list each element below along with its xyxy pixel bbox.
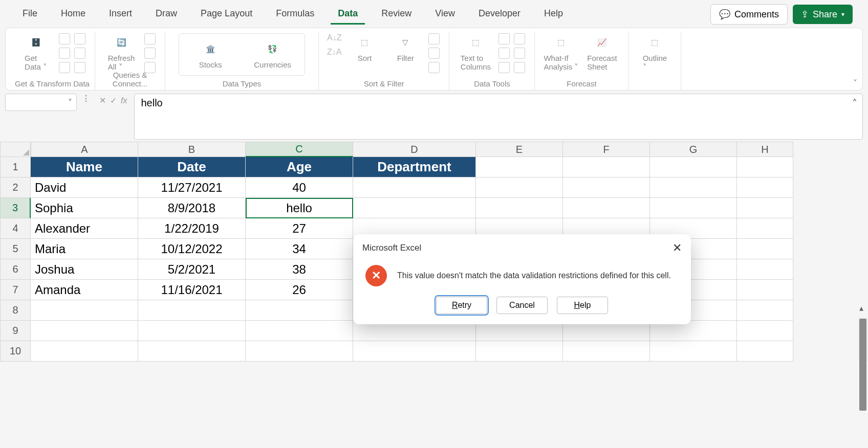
cell-C1[interactable]: Age bbox=[246, 157, 353, 177]
cell-G2[interactable] bbox=[650, 177, 737, 198]
cell-A7[interactable]: Amanda bbox=[31, 280, 138, 300]
help-button[interactable]: Help bbox=[557, 297, 608, 314]
cell-C7[interactable]: 26 bbox=[246, 280, 353, 300]
cell-C2[interactable]: 40 bbox=[246, 177, 353, 198]
tab-view[interactable]: View bbox=[428, 4, 462, 25]
cell-D3[interactable] bbox=[353, 198, 476, 218]
cell-C8[interactable] bbox=[246, 300, 353, 321]
advanced-filter-icon[interactable] bbox=[428, 62, 440, 73]
cell-A8[interactable] bbox=[31, 300, 138, 321]
close-icon[interactable]: ✕ bbox=[672, 241, 682, 255]
cell-D2[interactable] bbox=[353, 177, 476, 198]
cell-A4[interactable]: Alexander bbox=[31, 218, 138, 239]
col-header-C[interactable]: C bbox=[246, 142, 353, 157]
cell-H3[interactable] bbox=[737, 198, 793, 218]
sort-button[interactable]: ⬚ Sort bbox=[346, 33, 382, 62]
name-box[interactable]: ˅ bbox=[5, 94, 77, 111]
cell-H6[interactable] bbox=[737, 259, 793, 280]
tab-help[interactable]: Help bbox=[537, 4, 570, 25]
refresh-all-button[interactable]: 🔄 Refresh All ˅ bbox=[103, 33, 139, 72]
cell-C3[interactable]: hello bbox=[246, 198, 353, 218]
tab-draw[interactable]: Draw bbox=[148, 4, 184, 25]
cell-C5[interactable]: 34 bbox=[246, 239, 353, 259]
cell-H5[interactable] bbox=[737, 239, 793, 259]
tab-formulas[interactable]: Formulas bbox=[269, 4, 321, 25]
cell-E10[interactable] bbox=[476, 341, 563, 362]
cell-A9[interactable] bbox=[31, 321, 138, 341]
cell-A5[interactable]: Maria bbox=[31, 239, 138, 259]
cell-A3[interactable]: Sophia bbox=[31, 198, 138, 218]
from-table-icon[interactable] bbox=[59, 48, 70, 59]
row-header-3[interactable]: 3 bbox=[0, 198, 31, 218]
cell-C9[interactable] bbox=[246, 321, 353, 341]
stocks-button[interactable]: 🏛️ Stocks bbox=[192, 40, 228, 69]
cell-F2[interactable] bbox=[563, 177, 650, 198]
clear-filter-icon[interactable] bbox=[428, 33, 440, 44]
queries-connections-icon[interactable] bbox=[144, 33, 156, 44]
comments-button[interactable]: 💬 Comments bbox=[710, 4, 788, 25]
row-header-4[interactable]: 4 bbox=[0, 218, 31, 239]
cell-A2[interactable]: David bbox=[31, 177, 138, 198]
expand-formula-bar-icon[interactable]: ˄ bbox=[852, 97, 857, 109]
currencies-button[interactable]: 💱 Currencies bbox=[254, 40, 291, 69]
formula-input[interactable]: hello ˄ bbox=[134, 94, 863, 140]
cell-H1[interactable] bbox=[737, 157, 793, 177]
col-header-F[interactable]: F bbox=[563, 142, 650, 157]
row-header-6[interactable]: 6 bbox=[0, 259, 31, 280]
from-web-icon[interactable] bbox=[74, 33, 85, 44]
tab-review[interactable]: Review bbox=[374, 4, 419, 25]
cell-C10[interactable] bbox=[246, 341, 353, 362]
cell-C4[interactable]: 27 bbox=[246, 218, 353, 239]
flash-fill-icon[interactable] bbox=[498, 33, 510, 44]
col-header-B[interactable]: B bbox=[138, 142, 246, 157]
sort-asc-icon[interactable]: A↓Z bbox=[327, 33, 341, 42]
cell-F10[interactable] bbox=[563, 341, 650, 362]
col-header-H[interactable]: H bbox=[737, 142, 793, 157]
cell-B8[interactable] bbox=[138, 300, 246, 321]
cell-E3[interactable] bbox=[476, 198, 563, 218]
what-if-button[interactable]: ⬚ What-If Analysis ˅ bbox=[543, 33, 579, 72]
cell-H9[interactable] bbox=[737, 321, 793, 341]
manage-data-model-icon[interactable] bbox=[514, 62, 525, 73]
cell-E2[interactable] bbox=[476, 177, 563, 198]
cell-A1[interactable]: Name bbox=[31, 157, 138, 177]
col-header-D[interactable]: D bbox=[353, 142, 476, 157]
cell-C6[interactable]: 38 bbox=[246, 259, 353, 280]
properties-icon[interactable] bbox=[144, 48, 156, 59]
cell-B5[interactable]: 10/12/2022 bbox=[138, 239, 246, 259]
cell-H8[interactable] bbox=[737, 300, 793, 321]
select-all-button[interactable] bbox=[0, 142, 31, 157]
tab-developer[interactable]: Developer bbox=[471, 4, 528, 25]
scroll-up-icon[interactable]: ▴ bbox=[859, 303, 863, 313]
remove-duplicates-icon[interactable] bbox=[514, 33, 525, 44]
relationships-icon[interactable] bbox=[498, 62, 510, 73]
cell-G1[interactable] bbox=[650, 157, 737, 177]
cell-H7[interactable] bbox=[737, 280, 793, 300]
row-header-5[interactable]: 5 bbox=[0, 239, 31, 259]
cell-G3[interactable] bbox=[650, 198, 737, 218]
cell-A10[interactable] bbox=[31, 341, 138, 362]
cell-H2[interactable] bbox=[737, 177, 793, 198]
cell-B3[interactable]: 8/9/2018 bbox=[138, 198, 246, 218]
row-header-7[interactable]: 7 bbox=[0, 280, 31, 300]
cell-B2[interactable]: 11/27/2021 bbox=[138, 177, 246, 198]
cell-B9[interactable] bbox=[138, 321, 246, 341]
row-header-8[interactable]: 8 bbox=[0, 300, 31, 321]
forecast-sheet-button[interactable]: 📈 Forecast Sheet bbox=[584, 33, 620, 71]
cell-E1[interactable] bbox=[476, 157, 563, 177]
tab-insert[interactable]: Insert bbox=[102, 4, 139, 25]
row-header-2[interactable]: 2 bbox=[0, 177, 31, 198]
cell-B10[interactable] bbox=[138, 341, 246, 362]
share-button[interactable]: ⇪ Share ▾ bbox=[793, 5, 853, 24]
collapse-ribbon-icon[interactable]: ˅ bbox=[853, 78, 857, 88]
scrollbar-thumb[interactable] bbox=[859, 319, 866, 411]
col-header-E[interactable]: E bbox=[476, 142, 563, 157]
sort-desc-icon[interactable]: Z↓A bbox=[327, 48, 341, 57]
cell-F3[interactable] bbox=[563, 198, 650, 218]
row-header-1[interactable]: 1 bbox=[0, 157, 31, 177]
cell-A6[interactable]: Joshua bbox=[31, 259, 138, 280]
recent-sources-icon[interactable] bbox=[74, 48, 85, 59]
cell-B1[interactable]: Date bbox=[138, 157, 246, 177]
consolidate-icon[interactable] bbox=[514, 48, 525, 59]
cell-B4[interactable]: 1/22/2019 bbox=[138, 218, 246, 239]
